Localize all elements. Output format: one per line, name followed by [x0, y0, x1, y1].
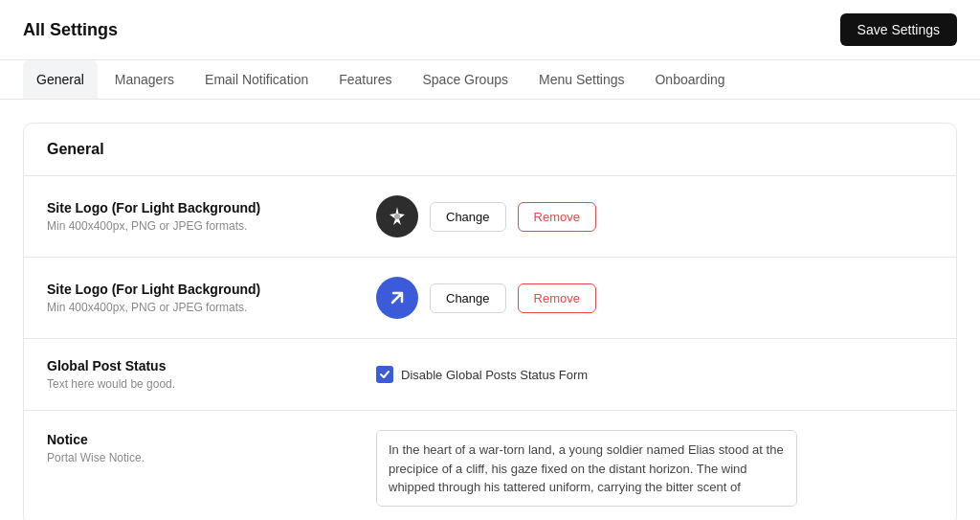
arrow-logo-icon: [386, 286, 409, 309]
notice-desc: Portal Wise Notice.: [47, 451, 353, 464]
disable-global-posts-label: Disable Global Posts Status Form: [401, 368, 588, 382]
site-logo-dark-control: Change Remove: [376, 195, 933, 237]
global-post-status-desc: Text here would be good.: [47, 377, 353, 391]
notice-row: Notice Portal Wise Notice. In the heart …: [24, 411, 956, 520]
site-logo-dark-row: Site Logo (For Light Background) Min 400…: [24, 176, 956, 258]
site-logo-dark-change-button[interactable]: Change: [430, 202, 506, 232]
tab-space-groups[interactable]: Space Groups: [409, 60, 522, 99]
site-logo-blue-info: Site Logo (For Light Background) Min 400…: [47, 282, 353, 314]
site-logo-blue-desc: Min 400x400px, PNG or JPEG formats.: [47, 301, 353, 314]
star-logo-icon: [386, 205, 409, 228]
main-content: General Site Logo (For Light Background)…: [0, 100, 980, 520]
page-title: All Settings: [23, 20, 118, 40]
header: All Settings Save Settings: [0, 0, 980, 60]
tab-managers[interactable]: Managers: [101, 60, 188, 99]
disable-global-posts-checkbox[interactable]: [376, 366, 393, 383]
notice-label: Notice: [47, 432, 353, 447]
card-title: General: [24, 124, 956, 176]
global-post-status-row: Global Post Status Text here would be go…: [24, 339, 956, 411]
site-logo-blue-row: Site Logo (For Light Background) Min 400…: [24, 258, 956, 339]
checkmark-icon: [379, 369, 390, 380]
svg-point-0: [394, 214, 400, 219]
site-logo-blue-preview: [376, 277, 418, 319]
disable-global-posts-checkbox-row[interactable]: Disable Global Posts Status Form: [376, 366, 588, 383]
notice-control: In the heart of a war-torn land, a young…: [376, 430, 933, 507]
site-logo-dark-label: Site Logo (For Light Background): [47, 200, 353, 215]
global-post-status-info: Global Post Status Text here would be go…: [47, 358, 353, 391]
site-logo-dark-preview: [376, 195, 418, 237]
site-logo-blue-change-button[interactable]: Change: [430, 283, 506, 313]
notice-info: Notice Portal Wise Notice.: [47, 430, 353, 464]
save-settings-button[interactable]: Save Settings: [840, 13, 957, 46]
tab-menu-settings[interactable]: Menu Settings: [525, 60, 638, 99]
site-logo-dark-info: Site Logo (For Light Background) Min 400…: [47, 200, 353, 233]
site-logo-dark-remove-button[interactable]: Remove: [518, 202, 596, 232]
general-card: General Site Logo (For Light Background)…: [23, 123, 957, 520]
tab-features[interactable]: Features: [325, 60, 405, 99]
tab-onboarding[interactable]: Onboarding: [641, 60, 738, 99]
global-post-status-label: Global Post Status: [47, 358, 353, 373]
tabs-nav: General Managers Email Notification Feat…: [0, 60, 980, 100]
site-logo-blue-remove-button[interactable]: Remove: [518, 283, 596, 313]
site-logo-blue-control: Change Remove: [376, 277, 933, 319]
site-logo-blue-label: Site Logo (For Light Background): [47, 282, 353, 297]
tab-email-notification[interactable]: Email Notification: [191, 60, 322, 99]
tab-general[interactable]: General: [23, 60, 98, 99]
global-post-status-control: Disable Global Posts Status Form: [376, 366, 933, 383]
notice-textarea[interactable]: In the heart of a war-torn land, a young…: [376, 430, 797, 507]
site-logo-dark-desc: Min 400x400px, PNG or JPEG formats.: [47, 219, 353, 233]
